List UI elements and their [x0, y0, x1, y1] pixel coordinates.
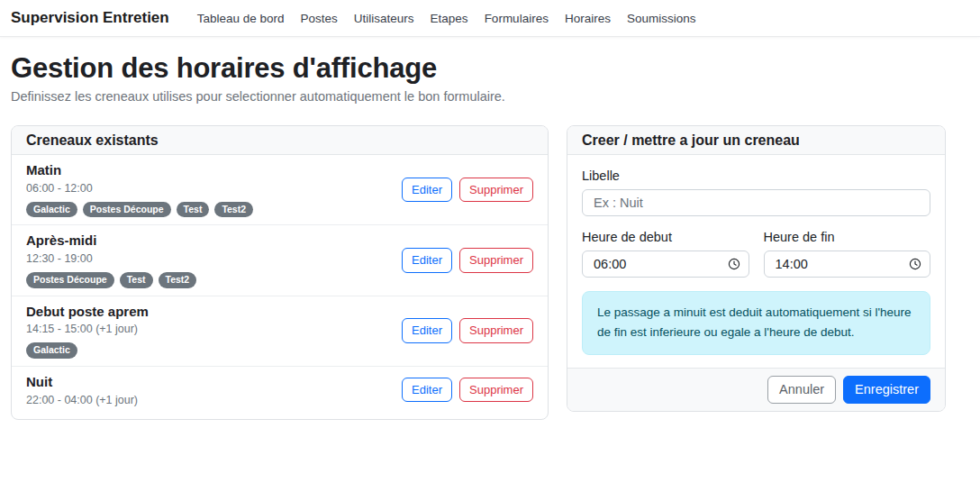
slot-actions: Editer Supprimer	[402, 318, 533, 343]
clock-icon[interactable]	[728, 258, 740, 270]
slot-badge: Postes Découpe	[26, 272, 114, 288]
edit-button[interactable]: Editer	[402, 178, 452, 203]
delete-button[interactable]: Supprimer	[459, 248, 533, 273]
slot-badges: Galactic	[26, 342, 149, 359]
form-card-title: Creer / mettre a jour un creneau	[567, 126, 945, 155]
slot-badge: Test	[177, 202, 210, 218]
slot-badge: Galactic	[26, 342, 77, 359]
slot-form-card: Creer / mettre a jour un creneau Libelle…	[567, 125, 946, 412]
slot-name: Nuit	[26, 374, 138, 391]
end-time-input[interactable]	[764, 250, 931, 278]
libelle-input[interactable]	[582, 189, 930, 216]
nav-link-formulaires[interactable]: Formulaires	[476, 6, 557, 31]
edit-button[interactable]: Editer	[402, 378, 452, 403]
slot-badge: Test	[120, 272, 153, 288]
delete-button[interactable]: Supprimer	[459, 178, 533, 203]
slot-time: 06:00 - 12:00	[26, 182, 253, 195]
top-navbar: Supervision Entretien Tableau de bordPos…	[0, 0, 980, 37]
start-time-label: Heure de debut	[582, 230, 749, 244]
slot-badge: Postes Découpe	[83, 202, 171, 218]
main-content: Gestion des horaires d'affichage Definis…	[0, 37, 980, 420]
slot-info: Matin 06:00 - 12:00 GalacticPostes Décou…	[26, 162, 253, 217]
slot-info: Nuit 22:00 - 04:00 (+1 jour)	[26, 374, 138, 406]
clock-icon[interactable]	[909, 258, 921, 270]
edit-button[interactable]: Editer	[402, 248, 452, 273]
edit-button[interactable]: Editer	[402, 318, 452, 343]
start-time-input[interactable]	[582, 250, 749, 278]
slot-actions: Editer Supprimer	[402, 248, 533, 273]
slot-time: 14:15 - 15:00 (+1 jour)	[26, 323, 149, 335]
slot-form-footer: Annuler Enregistrer	[567, 368, 945, 412]
navbar-brand[interactable]: Supervision Entretien	[11, 9, 169, 27]
slot-actions: Editer Supprimer	[402, 378, 533, 403]
slots-card: Creneaux existants Matin 06:00 - 12:00 G…	[11, 125, 549, 420]
slots-list: Matin 06:00 - 12:00 GalacticPostes Décou…	[12, 155, 548, 419]
slots-card-title: Creneaux existants	[12, 126, 548, 155]
slot-row: Après-midi 12:30 - 19:00 Postes DécoupeT…	[12, 225, 548, 296]
navbar-links: Tableau de bordPostesUtilisateursEtapesF…	[189, 6, 704, 31]
slot-row: Matin 06:00 - 12:00 GalacticPostes Décou…	[12, 155, 548, 225]
slot-time: 12:30 - 19:00	[26, 252, 196, 265]
slot-badge: Test2	[159, 272, 197, 288]
midnight-info-alert: Le passage a minuit est deduit automatiq…	[582, 291, 930, 355]
slot-info: Debut poste aprem 14:15 - 15:00 (+1 jour…	[26, 304, 149, 359]
libelle-label: Libelle	[582, 169, 930, 183]
delete-button[interactable]: Supprimer	[459, 378, 533, 403]
slot-name: Debut poste aprem	[26, 304, 149, 321]
slot-badges: GalacticPostes DécoupeTestTest2	[26, 202, 253, 218]
slot-row: Debut poste aprem 14:15 - 15:00 (+1 jour…	[12, 296, 548, 367]
page-title: Gestion des horaires d'affichage	[11, 52, 944, 85]
slot-badge: Test2	[214, 202, 253, 218]
nav-link-horaires[interactable]: Horaires	[557, 6, 619, 31]
slot-badges: Postes DécoupeTestTest2	[26, 272, 196, 288]
nav-link-etapes[interactable]: Etapes	[422, 6, 476, 31]
nav-link-dashboard[interactable]: Tableau de bord	[189, 6, 293, 31]
nav-link-postes[interactable]: Postes	[293, 6, 346, 31]
slot-time: 22:00 - 04:00 (+1 jour)	[26, 394, 138, 406]
page-subtitle: Definissez les creneaux utilises pour se…	[11, 89, 944, 104]
slot-form-body: Libelle Heure de debut	[567, 155, 945, 368]
save-button[interactable]: Enregistrer	[843, 376, 930, 405]
slot-row: Nuit 22:00 - 04:00 (+1 jour) Editer Supp…	[12, 367, 548, 419]
slot-info: Après-midi 12:30 - 19:00 Postes DécoupeT…	[26, 232, 196, 287]
end-time-label: Heure de fin	[764, 230, 931, 244]
slot-actions: Editer Supprimer	[402, 178, 533, 203]
nav-link-utilisateurs[interactable]: Utilisateurs	[346, 6, 422, 31]
nav-link-soumissions[interactable]: Soumissions	[619, 6, 704, 31]
delete-button[interactable]: Supprimer	[459, 318, 533, 343]
cancel-button[interactable]: Annuler	[767, 376, 836, 405]
slot-name: Après-midi	[26, 232, 196, 250]
slot-name: Matin	[26, 162, 253, 179]
slot-badge: Galactic	[26, 202, 77, 218]
